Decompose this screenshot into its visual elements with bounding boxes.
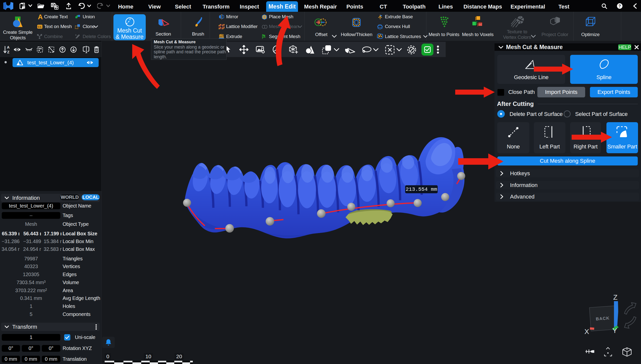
svg-text:Y: Y [612, 327, 617, 334]
svg-text:?: ? [618, 4, 621, 8]
svg-text:X: X [584, 328, 589, 335]
svg-text:Z: Z [613, 293, 617, 301]
svg-text:A: A [7, 45, 10, 49]
svg-text:CC: CC [38, 25, 42, 28]
svg-text:BACK: BACK [596, 316, 610, 321]
svg-text:Z: Z [7, 50, 9, 54]
